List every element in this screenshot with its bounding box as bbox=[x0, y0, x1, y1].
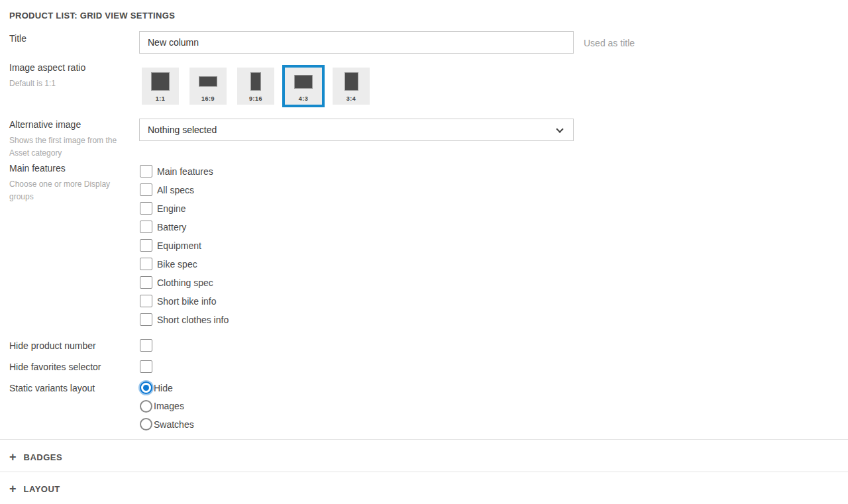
main-features-checkbox-group: Main features All specs Engine Battery E… bbox=[140, 165, 229, 326]
aspect-tile-label: 1:1 bbox=[156, 95, 166, 102]
aspect-tile-label: 3:4 bbox=[346, 95, 356, 102]
title-label: Title bbox=[9, 33, 26, 44]
checkbox[interactable] bbox=[140, 165, 152, 177]
checkbox-row-short-clothes-info[interactable]: Short clothes info bbox=[140, 313, 229, 326]
checkbox-row-bike-spec[interactable]: Bike spec bbox=[140, 258, 229, 270]
divider bbox=[0, 472, 848, 472]
aspect-tile-label: 9:16 bbox=[249, 95, 262, 102]
aspect-shape-3-4-icon bbox=[333, 68, 370, 95]
aspect-shape-1-1-icon bbox=[142, 68, 179, 95]
radio-row-hide[interactable]: Hide bbox=[140, 381, 194, 394]
aspect-tile-3-4[interactable]: 3:4 bbox=[333, 68, 370, 105]
checkbox[interactable] bbox=[140, 276, 152, 289]
checkbox[interactable] bbox=[140, 183, 152, 196]
divider bbox=[0, 439, 848, 440]
checkbox[interactable] bbox=[140, 295, 152, 307]
title-input[interactable] bbox=[139, 31, 574, 54]
checkbox[interactable] bbox=[140, 221, 152, 233]
checkbox[interactable] bbox=[140, 313, 152, 326]
checkbox[interactable] bbox=[140, 258, 152, 270]
radio-selected[interactable] bbox=[140, 381, 152, 394]
checkbox-row-main-features[interactable]: Main features bbox=[140, 165, 229, 177]
expand-plus-icon bbox=[9, 451, 17, 463]
aspect-tile-1-1[interactable]: 1:1 bbox=[142, 68, 179, 105]
aspect-shape-9-16-icon bbox=[237, 68, 274, 95]
alternative-image-select[interactable]: Nothing selected bbox=[139, 119, 574, 141]
aspect-shape-16-9-icon bbox=[189, 68, 227, 95]
main-features-sublabel: Choose one or more Display groups bbox=[9, 178, 123, 203]
aspect-tile-16-9[interactable]: 16:9 bbox=[189, 68, 227, 105]
checkbox-row-all-specs[interactable]: All specs bbox=[140, 183, 229, 196]
checkbox-row-battery[interactable]: Battery bbox=[140, 221, 229, 233]
aspect-tile-9-16[interactable]: 9:16 bbox=[237, 68, 274, 105]
section-header-badges[interactable]: BADGES bbox=[9, 451, 62, 463]
hide-favorites-selector-checkbox[interactable] bbox=[140, 360, 152, 373]
alternative-image-sublabel: Shows the first image from the Asset cat… bbox=[9, 134, 130, 160]
section-header-layout[interactable]: LAYOUT bbox=[9, 483, 60, 495]
aspect-tile-label: 16:9 bbox=[201, 95, 215, 102]
checkbox[interactable] bbox=[140, 239, 152, 252]
alternative-image-selected-value: Nothing selected bbox=[148, 125, 217, 135]
chevron-down-icon bbox=[556, 125, 563, 132]
checkbox[interactable] bbox=[140, 202, 152, 215]
hide-product-number-label: Hide product number bbox=[9, 340, 96, 351]
checkbox-row-short-bike-info[interactable]: Short bike info bbox=[140, 295, 229, 307]
aspect-tile-4-3[interactable]: 4:3 bbox=[285, 68, 322, 105]
page-title: PRODUCT LIST: GRID VIEW SETTINGS bbox=[9, 11, 175, 21]
main-features-label: Main features bbox=[9, 163, 66, 174]
hide-favorites-selector-label: Hide favorites selector bbox=[9, 362, 101, 372]
checkbox-row-clothing-spec[interactable]: Clothing spec bbox=[140, 276, 229, 289]
title-helper-text: Used as title bbox=[584, 38, 635, 48]
alternative-image-label: Alternative image bbox=[9, 119, 81, 130]
aspect-ratio-tile-group: 1:1 16:9 9:16 4:3 3:4 bbox=[142, 68, 370, 105]
aspect-shape-4-3-icon bbox=[285, 68, 322, 95]
aspect-ratio-sublabel: Default is 1:1 bbox=[9, 77, 130, 90]
static-variants-layout-label: Static variants layout bbox=[9, 383, 95, 393]
expand-plus-icon bbox=[9, 483, 17, 495]
aspect-ratio-label: Image aspect ratio bbox=[9, 62, 85, 73]
checkbox-row-engine[interactable]: Engine bbox=[140, 202, 229, 215]
hide-product-number-checkbox[interactable] bbox=[140, 339, 152, 352]
static-variants-radio-group: Hide Images Swatches bbox=[140, 381, 194, 430]
checkbox-row-equipment[interactable]: Equipment bbox=[140, 239, 229, 252]
radio[interactable] bbox=[140, 418, 152, 430]
grid-view-settings-panel: PRODUCT LIST: GRID VIEW SETTINGS Title U… bbox=[0, 0, 848, 504]
radio-row-swatches[interactable]: Swatches bbox=[140, 418, 194, 430]
aspect-tile-label: 4:3 bbox=[299, 95, 309, 102]
radio-row-images[interactable]: Images bbox=[140, 400, 194, 413]
radio[interactable] bbox=[140, 400, 152, 413]
